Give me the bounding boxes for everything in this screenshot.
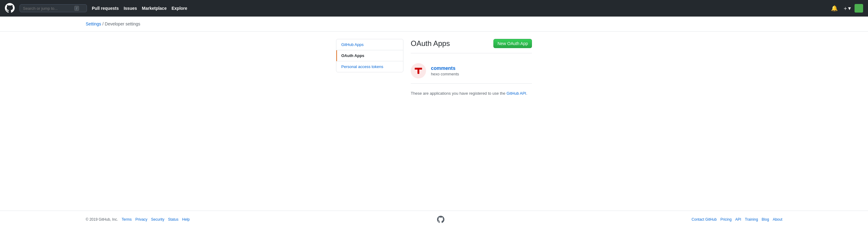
new-oauth-app-button[interactable]: New OAuth App (493, 39, 532, 48)
sidebar-link-github-apps[interactable]: GitHub Apps (336, 39, 403, 50)
footer-status[interactable]: Status (168, 217, 179, 221)
breadcrumb-current: Developer settings (105, 22, 140, 26)
footer-copyright: © 2019 GitHub, Inc. (86, 217, 118, 221)
navbar-marketplace[interactable]: Marketplace (142, 6, 167, 11)
footer-center (437, 216, 444, 223)
breadcrumb-separator: / (102, 22, 103, 26)
sidebar-nav: GitHub Apps OAuth Apps Personal access t… (336, 39, 403, 72)
sidebar: GitHub Apps OAuth Apps Personal access t… (336, 39, 403, 203)
app-logo-icon (413, 66, 423, 76)
api-note-end: . (526, 91, 527, 96)
sidebar-item-github-apps[interactable]: GitHub Apps (336, 39, 403, 50)
navbar-issues[interactable]: Issues (124, 6, 137, 11)
navbar-nav: Pull requests Issues Marketplace Explore (92, 6, 825, 11)
footer-pricing[interactable]: Pricing (720, 217, 732, 221)
api-note: These are applications you have register… (411, 91, 532, 96)
sidebar-item-personal-access-tokens[interactable]: Personal access tokens (336, 61, 403, 72)
sidebar-link-personal-access-tokens[interactable]: Personal access tokens (336, 61, 403, 72)
svg-rect-0 (415, 68, 422, 70)
kbd-slash: / (74, 6, 79, 11)
sidebar-item-oauth-apps[interactable]: OAuth Apps (336, 50, 403, 61)
search-box[interactable]: / (20, 4, 87, 12)
breadcrumb-settings[interactable]: Settings (86, 22, 101, 26)
svg-rect-1 (417, 70, 419, 74)
app-name-link[interactable]: comments (431, 65, 456, 71)
footer-privacy[interactable]: Privacy (135, 217, 147, 221)
footer-training[interactable]: Training (745, 217, 758, 221)
app-info: comments hexo comments (431, 65, 459, 76)
footer-terms[interactable]: Terms (122, 217, 132, 221)
navbar-explore[interactable]: Explore (172, 6, 187, 11)
avatar[interactable] (855, 4, 863, 12)
app-description: hexo comments (431, 72, 459, 76)
footer-left: © 2019 GitHub, Inc. Terms Privacy Securi… (86, 217, 190, 221)
footer-about[interactable]: About (773, 217, 782, 221)
app-list-item: comments hexo comments (411, 58, 532, 84)
page-content: GitHub Apps OAuth Apps Personal access t… (250, 32, 618, 211)
app-avatar (411, 63, 426, 78)
api-note-text: These are applications you have register… (411, 91, 506, 96)
navbar-pull-requests[interactable]: Pull requests (92, 6, 119, 11)
footer-blog[interactable]: Blog (762, 217, 769, 221)
footer-security[interactable]: Security (151, 217, 164, 221)
new-button[interactable]: ＋▾ (841, 3, 852, 13)
github-api-link[interactable]: GitHub API (506, 91, 526, 96)
footer-api[interactable]: API (735, 217, 741, 221)
footer-right: Contact GitHub Pricing API Training Blog… (692, 217, 782, 221)
footer-help[interactable]: Help (182, 217, 190, 221)
page-title: OAuth Apps (411, 39, 450, 48)
breadcrumb: Settings / Developer settings (0, 17, 868, 32)
footer-github-logo-icon (437, 216, 444, 223)
sidebar-link-oauth-apps[interactable]: OAuth Apps (336, 50, 403, 61)
github-logo[interactable] (5, 3, 15, 14)
navbar: / Pull requests Issues Marketplace Explo… (0, 0, 868, 17)
content-header: OAuth Apps New OAuth App (411, 39, 532, 53)
main-content: OAuth Apps New OAuth App comments hexo c… (411, 39, 532, 203)
navbar-actions: 🔔 ＋▾ (830, 3, 863, 13)
notifications-button[interactable]: 🔔 (830, 4, 839, 13)
footer-contact-github[interactable]: Contact GitHub (692, 217, 717, 221)
footer: © 2019 GitHub, Inc. Terms Privacy Securi… (0, 211, 868, 228)
search-input[interactable] (23, 6, 72, 11)
